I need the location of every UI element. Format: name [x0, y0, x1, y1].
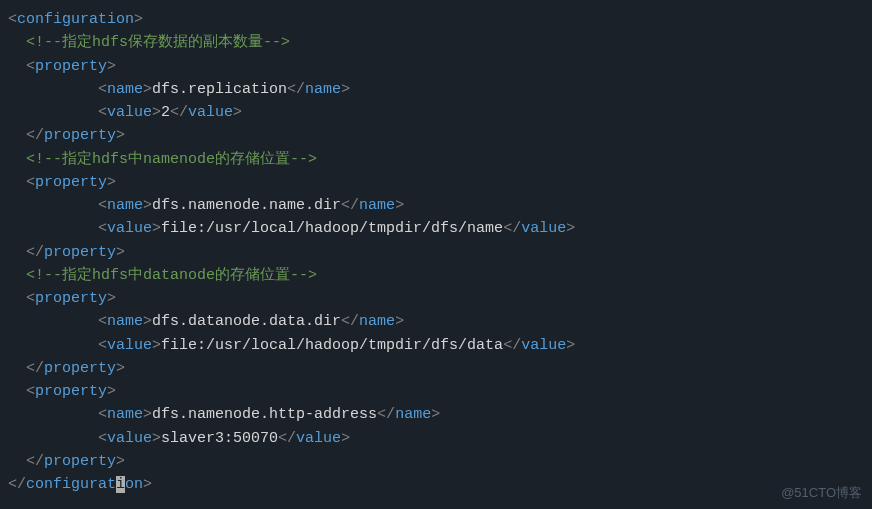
code-line: <name>dfs.replication</name>: [8, 78, 864, 101]
code-line: </property>: [8, 124, 864, 147]
text-cursor: i: [116, 476, 125, 493]
code-line: <property>: [8, 55, 864, 78]
code-line: </property>: [8, 241, 864, 264]
code-line: <value>2</value>: [8, 101, 864, 124]
code-line: <value>file:/usr/local/hadoop/tmpdir/dfs…: [8, 217, 864, 240]
code-line: <name>dfs.datanode.data.dir</name>: [8, 310, 864, 333]
code-block: <configuration> <!--指定hdfs保存数据的副本数量--> <…: [8, 8, 864, 496]
code-line: </configuration>: [8, 473, 864, 496]
watermark: @51CTO博客: [781, 483, 862, 503]
code-line: <property>: [8, 287, 864, 310]
code-line: </property>: [8, 357, 864, 380]
code-line: <!--指定hdfs保存数据的副本数量-->: [8, 31, 864, 54]
code-line: <!--指定hdfs中datanode的存储位置-->: [8, 264, 864, 287]
code-line: <configuration>: [8, 8, 864, 31]
code-line: <name>dfs.namenode.http-address</name>: [8, 403, 864, 426]
code-line: <!--指定hdfs中namenode的存储位置-->: [8, 148, 864, 171]
code-line: <name>dfs.namenode.name.dir</name>: [8, 194, 864, 217]
code-line: <value>file:/usr/local/hadoop/tmpdir/dfs…: [8, 334, 864, 357]
code-line: <property>: [8, 380, 864, 403]
code-line: <property>: [8, 171, 864, 194]
code-line: <value>slaver3:50070</value>: [8, 427, 864, 450]
code-line: </property>: [8, 450, 864, 473]
